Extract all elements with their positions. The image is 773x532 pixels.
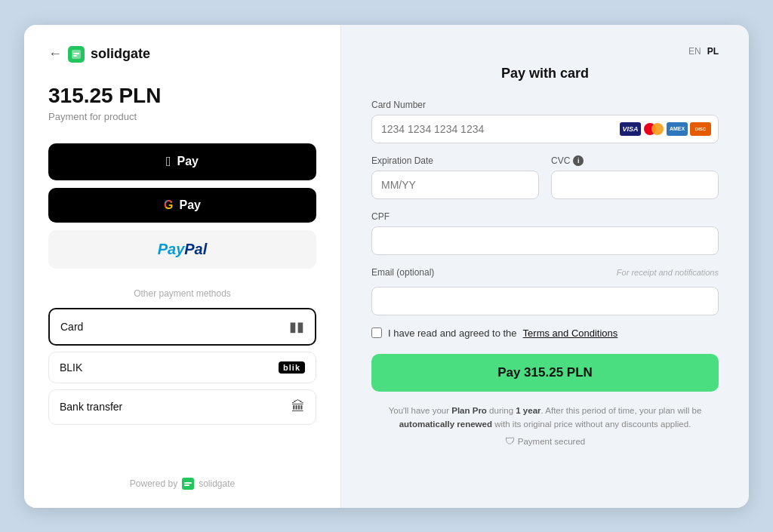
apple-pay-label: Pay [177, 155, 199, 168]
email-group: Email (optional) For receipt and notific… [371, 267, 719, 315]
email-hint: For receipt and notifications [617, 268, 719, 277]
card-number-label: Card Number [371, 100, 719, 110]
pay-with-card-title: Pay with card [371, 66, 719, 81]
solidgate-small-icon [184, 480, 192, 487]
svg-rect-3 [184, 482, 192, 484]
cvc-label: CVC [551, 155, 570, 166]
footer-note: You'll have your Plan Pro during 1 year.… [371, 404, 719, 451]
expiry-group: Expiration Date [371, 155, 539, 199]
powered-brand-name: solidgate [199, 478, 235, 489]
cpf-group: CPF [371, 211, 719, 255]
apple-pay-button[interactable]:  Pay [48, 143, 316, 180]
svg-rect-1 [73, 53, 79, 54]
pay-main-button[interactable]: Pay 315.25 PLN [371, 354, 719, 392]
left-panel: ← solidgate 315.25 PLN Payment for produ… [24, 25, 341, 508]
renewal-note: automatically renewed [399, 420, 492, 429]
shield-icon: 🛡 [505, 434, 515, 450]
svg-rect-4 [184, 484, 189, 486]
expiry-input[interactable] [371, 171, 539, 199]
powered-by-label: Powered by [130, 478, 177, 489]
amex-logo: AMEX [667, 122, 688, 136]
card-number-group: Card Number VISA AMEX DISC [371, 100, 719, 143]
email-label: Email (optional) [371, 267, 434, 278]
solidgate-icon [71, 49, 82, 60]
method-card[interactable]: Card ▮▮ [48, 308, 316, 346]
paypal-label: PayPal [158, 241, 208, 258]
method-card-label: Card [60, 321, 83, 333]
terms-checkbox-row: I have read and agreed to the Terms and … [371, 328, 719, 339]
blik-badge: blik [279, 361, 305, 374]
powered-logo-icon [182, 478, 194, 490]
paypal-button[interactable]: PayPal [48, 230, 316, 269]
brand-logo-icon [68, 46, 85, 63]
brand-name: solidgate [91, 46, 150, 62]
google-pay-button[interactable]: G Pay [48, 188, 316, 223]
right-panel: EN PL Pay with card Card Number VISA AME… [341, 25, 749, 508]
secure-label: Payment secured [518, 435, 586, 448]
method-bank[interactable]: Bank transfer 🏛 [48, 389, 316, 425]
plan-duration: 1 year [516, 406, 540, 415]
language-switcher: EN PL [371, 46, 719, 57]
product-label: Payment for product [48, 111, 316, 122]
svg-rect-2 [73, 55, 77, 57]
discover-logo: DISC [690, 122, 711, 136]
powered-by: Powered by solidgate [48, 460, 316, 490]
plan-name: Plan Pro [451, 406, 487, 415]
method-bank-label: Bank transfer [60, 401, 122, 413]
other-methods-label: Other payment methods [48, 288, 316, 299]
method-blik[interactable]: BLIK blik [48, 352, 316, 383]
terms-checkbox[interactable] [371, 328, 382, 338]
lang-pl-button[interactable]: PL [707, 46, 719, 57]
apple-icon:  [166, 154, 171, 170]
card-logo-group: VISA AMEX DISC [620, 122, 711, 136]
expiry-label: Expiration Date [371, 155, 539, 166]
back-button[interactable]: ← [48, 46, 62, 62]
terms-link[interactable]: Terms and Conditions [523, 328, 618, 339]
google-pay-label: Pay [179, 198, 200, 212]
cvc-group: CVC i [551, 155, 719, 199]
lang-en-button[interactable]: EN [688, 46, 701, 57]
brand-header: ← solidgate [48, 46, 316, 63]
bank-icon: 🏛 [291, 399, 305, 415]
mastercard-logo [643, 122, 664, 136]
expiry-cvc-row: Expiration Date CVC i [371, 155, 719, 211]
method-blik-label: BLIK [60, 361, 82, 374]
cpf-label: CPF [371, 211, 719, 222]
payment-modal: ← solidgate 315.25 PLN Payment for produ… [24, 25, 749, 508]
secure-badge: 🛡 Payment secured [371, 434, 719, 450]
cvc-info-icon[interactable]: i [573, 155, 584, 166]
cpf-input[interactable] [371, 226, 719, 255]
visa-logo: VISA [620, 122, 641, 136]
card-icon: ▮▮ [289, 318, 304, 335]
terms-text: I have read and agreed to the [388, 328, 517, 339]
cvc-input[interactable] [551, 171, 719, 199]
google-g-icon: G [164, 198, 173, 212]
email-input[interactable] [371, 287, 719, 315]
amount-display: 315.25 PLN [48, 84, 316, 108]
